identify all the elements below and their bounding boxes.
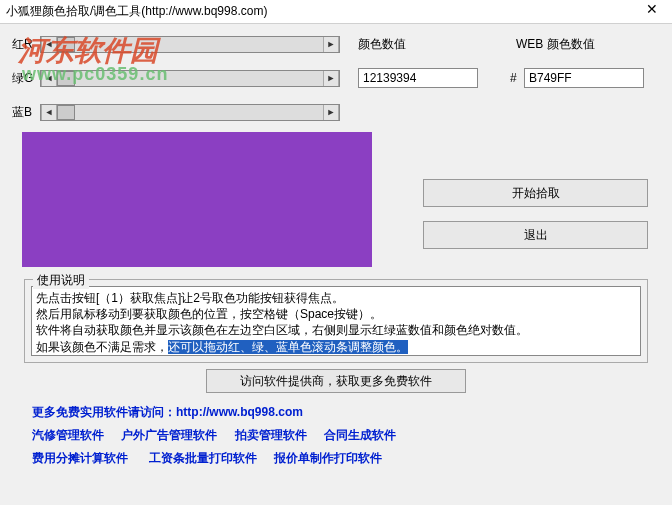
exit-button[interactable]: 退出 <box>423 221 648 249</box>
instr-line: 软件将自动获取颜色并显示该颜色在左边空白区域，右侧则显示红绿蓝数值和颜色绝对数值… <box>36 322 636 338</box>
arrow-left-icon[interactable]: ◄ <box>41 105 57 120</box>
titlebar: 小狐狸颜色拾取/调色工具(http://www.bq998.com) ✕ <box>0 0 672 24</box>
green-slider[interactable]: ◄ ► <box>40 70 340 87</box>
link-item[interactable]: 户外广告管理软件 <box>121 428 217 442</box>
link-item[interactable]: 费用分摊计算软件 <box>32 451 128 465</box>
web-color-input[interactable] <box>524 68 644 88</box>
green-label: 绿G <box>12 70 40 87</box>
arrow-right-icon[interactable]: ► <box>323 37 339 52</box>
color-preview <box>22 132 372 267</box>
instr-line: 先点击按钮[（1）获取焦点]让2号取色功能按钮获得焦点。 <box>36 290 636 306</box>
link-item[interactable]: 汽修管理软件 <box>32 428 104 442</box>
red-label: 红R <box>12 36 40 53</box>
arrow-left-icon[interactable]: ◄ <box>41 71 57 86</box>
arrow-left-icon[interactable]: ◄ <box>41 37 57 52</box>
links-row: 费用分摊计算软件 工资条批量打印软件 报价单制作打印软件 <box>32 447 640 470</box>
instructions-text[interactable]: 先点击按钮[（1）获取焦点]让2号取色功能按钮获得焦点。 然后用鼠标移动到要获取… <box>31 286 641 356</box>
web-color-label: WEB 颜色数值 <box>516 36 595 53</box>
color-value-input[interactable] <box>358 68 478 88</box>
link-item[interactable]: 拍卖管理软件 <box>235 428 307 442</box>
start-pick-button[interactable]: 开始拾取 <box>423 179 648 207</box>
instr-line: 如果该颜色不满足需求，还可以拖动红、绿、蓝单色滚动条调整颜色。 <box>36 339 636 355</box>
link-item[interactable]: 报价单制作打印软件 <box>274 451 382 465</box>
close-icon[interactable]: ✕ <box>632 0 672 20</box>
arrow-right-icon[interactable]: ► <box>323 105 339 120</box>
links-row: 汽修管理软件 户外广告管理软件 拍卖管理软件 合同生成软件 <box>32 424 640 447</box>
content-area: 河东软件园 www.pc0359.cn 红R ◄ ► 颜色数值 WEB 颜色数值… <box>0 24 672 477</box>
arrow-right-icon[interactable]: ► <box>323 71 339 86</box>
blue-label: 蓝B <box>12 104 40 121</box>
links-block: 更多免费实用软件请访问：http://www.bq998.com 汽修管理软件 … <box>12 401 660 469</box>
color-value-label: 颜色数值 <box>358 36 406 53</box>
red-slider[interactable]: ◄ ► <box>40 36 340 53</box>
blue-slider[interactable]: ◄ ► <box>40 104 340 121</box>
selected-text: 还可以拖动红、绿、蓝单色滚动条调整颜色。 <box>168 340 408 354</box>
link-item[interactable]: 合同生成软件 <box>324 428 396 442</box>
instructions-group: 使用说明 先点击按钮[（1）获取焦点]让2号取色功能按钮获得焦点。 然后用鼠标移… <box>24 279 648 363</box>
links-row: 更多免费实用软件请访问：http://www.bq998.com <box>32 401 640 424</box>
vendor-url-link[interactable]: http://www.bq998.com <box>176 405 303 419</box>
instr-line: 然后用鼠标移动到要获取颜色的位置，按空格键（Space按键）。 <box>36 306 636 322</box>
link-item[interactable]: 工资条批量打印软件 <box>149 451 257 465</box>
visit-vendor-button[interactable]: 访问软件提供商，获取更多免费软件 <box>206 369 466 393</box>
instructions-legend: 使用说明 <box>33 272 89 289</box>
hash-label: # <box>510 71 520 85</box>
window-title: 小狐狸颜色拾取/调色工具(http://www.bq998.com) <box>6 3 666 20</box>
